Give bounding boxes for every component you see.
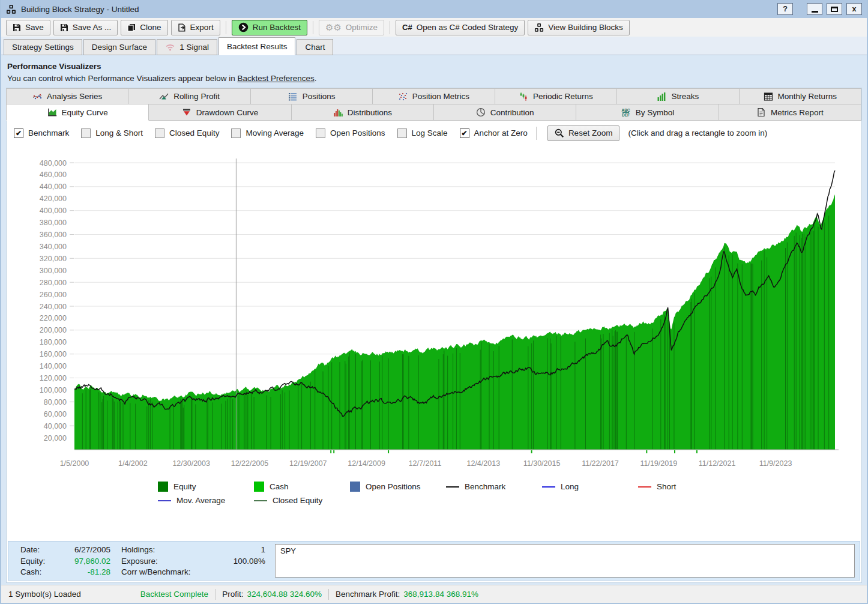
- reset-zoom-button[interactable]: Reset Zoom: [547, 125, 620, 141]
- info-middle-column: Holdings:1 Exposure:100.08% Corr w/Bench…: [121, 544, 265, 578]
- checkbox-open-positions[interactable]: Open Positions: [316, 128, 385, 138]
- run-backtest-button[interactable]: Run Backtest: [232, 20, 307, 35]
- metrics-report-icon: [756, 107, 766, 117]
- holdings-label: Holdings:: [121, 545, 155, 554]
- close-button[interactable]: x: [846, 3, 862, 15]
- checkbox-box[interactable]: ✔: [14, 128, 23, 138]
- help-button[interactable]: ?: [777, 3, 793, 15]
- viztab-periodic-returns[interactable]: Periodic Returns: [495, 88, 617, 104]
- svg-text:1/4/2002: 1/4/2002: [118, 459, 148, 468]
- checkbox-box[interactable]: ✔: [460, 128, 469, 138]
- viztab-positions[interactable]: Positions: [250, 88, 373, 104]
- clone-icon: [127, 23, 136, 32]
- export-icon: [178, 23, 186, 32]
- legend-swatch-long: [542, 486, 555, 488]
- legend-label: Open Positions: [366, 482, 421, 491]
- clone-button[interactable]: Clone: [121, 20, 167, 35]
- symbols-loaded-status: 1 Symbol(s) Loaded: [8, 590, 81, 599]
- viztab-rolling-profit[interactable]: Rolling Profit: [128, 88, 250, 104]
- view-building-blocks-label: View Building Blocks: [548, 23, 622, 32]
- checkbox-box[interactable]: [155, 128, 164, 138]
- viztab-label: Positions: [303, 92, 336, 101]
- checkbox-closed-equity[interactable]: Closed Equity: [155, 128, 219, 138]
- viztab-analysis-series[interactable]: Analysis Series: [6, 88, 128, 104]
- save-as-button[interactable]: Save As ...: [53, 20, 118, 35]
- app-icon: [6, 4, 16, 14]
- svg-text:12/4/2013: 12/4/2013: [466, 459, 500, 468]
- viztab-position-metrics[interactable]: Position Metrics: [372, 88, 495, 104]
- minimize-icon: [812, 11, 818, 13]
- checkbox-anchor-at-zero[interactable]: ✔Anchor at Zero: [460, 128, 528, 138]
- checkbox-box[interactable]: [81, 128, 91, 138]
- viztab-equity-curve[interactable]: Equity Curve: [6, 104, 149, 121]
- backtest-preferences-link[interactable]: Backtest Preferences: [237, 74, 314, 83]
- window-title: Building Block Strategy - Untitled: [21, 5, 139, 14]
- legend-label: Short: [657, 482, 676, 491]
- open-as-csharp-button[interactable]: C# Open as C# Coded Strategy: [396, 20, 525, 35]
- tab-label: Strategy Settings: [12, 43, 74, 52]
- profit-value: 324,604.88 324.60%: [247, 590, 322, 599]
- tab-label: Design Surface: [92, 43, 147, 52]
- svg-text:12/19/2007: 12/19/2007: [289, 459, 327, 468]
- checkbox-label: Moving Average: [246, 128, 304, 137]
- run-backtest-label: Run Backtest: [253, 23, 301, 32]
- checkbox-box[interactable]: [397, 128, 407, 138]
- tab-signals[interactable]: 1 Signal: [157, 39, 217, 55]
- view-building-blocks-button[interactable]: View Building Blocks: [528, 20, 629, 35]
- viztab-contribution[interactable]: Contribution: [433, 104, 576, 121]
- svg-text:80,000: 80,000: [44, 398, 67, 406]
- checkbox-box[interactable]: [231, 128, 241, 138]
- viztab-drawdown-curve[interactable]: Drawdown Curve: [148, 104, 291, 121]
- svg-text:12/7/2011: 12/7/2011: [409, 459, 442, 468]
- checkbox-label: Log Scale: [412, 128, 448, 137]
- save-as-icon: [60, 23, 68, 32]
- viztab-label: Analysis Series: [47, 92, 102, 101]
- symbols-box[interactable]: SPY: [275, 544, 855, 578]
- viztab-by-symbol[interactable]: ABCDEF By Symbol: [576, 104, 719, 121]
- checkbox-benchmark[interactable]: ✔Benchmark: [14, 128, 69, 138]
- toolbar-separator: [226, 21, 226, 34]
- viztab-metrics-report[interactable]: Metrics Report: [719, 104, 861, 121]
- legend-item-cash: Cash: [254, 482, 350, 492]
- svg-text:11/22/2017: 11/22/2017: [582, 459, 619, 468]
- legend-swatch-benchmark: [446, 486, 459, 488]
- equity-curve-svg[interactable]: 20,00040,00060,00080,000100,000120,00014…: [7, 145, 864, 480]
- checkbox-log-scale[interactable]: Log Scale: [397, 128, 448, 138]
- checkbox-moving-average[interactable]: Moving Average: [231, 128, 304, 138]
- crosshair-info-panel: Date:6/27/2005 Equity:97,860.02 Cash:-81…: [8, 541, 860, 581]
- checkbox-label: Closed Equity: [169, 128, 219, 137]
- checkbox-long-short[interactable]: Long & Short: [81, 128, 143, 138]
- legend-label: Equity: [173, 482, 196, 491]
- tab-design-surface[interactable]: Design Surface: [83, 39, 155, 55]
- export-button[interactable]: Export: [171, 20, 220, 35]
- tab-backtest-results[interactable]: Backtest Results: [219, 37, 296, 55]
- cash-label: Cash:: [20, 567, 41, 576]
- svg-text:120,000: 120,000: [40, 374, 67, 382]
- viztab-streaks[interactable]: Streaks: [616, 88, 739, 104]
- legend-swatch-mov-average: [158, 500, 171, 501]
- viztab-distributions[interactable]: Distributions: [291, 104, 434, 121]
- minimize-button[interactable]: [807, 3, 822, 15]
- x-axis-labels: 1/5/20001/4/200212/30/200312/22/200512/1…: [60, 459, 792, 468]
- save-button[interactable]: Save: [6, 20, 50, 35]
- optimize-button[interactable]: ⚙⚙ Optimize: [319, 20, 384, 35]
- y-axis-labels: 20,00040,00060,00080,000100,000120,00014…: [40, 159, 67, 442]
- tab-strategy-settings[interactable]: Strategy Settings: [4, 39, 82, 55]
- tab-label: 1 Signal: [179, 43, 209, 52]
- csharp-icon: C#: [402, 23, 412, 32]
- svg-text:60,000: 60,000: [44, 410, 67, 418]
- viztab-label: Position Metrics: [412, 92, 469, 101]
- legend-swatch-short: [638, 486, 651, 488]
- svg-text:340,000: 340,000: [40, 243, 67, 251]
- tab-chart[interactable]: Chart: [297, 39, 333, 55]
- viztab-label: Monthly Returns: [778, 92, 837, 101]
- svg-text:480,000: 480,000: [40, 159, 67, 168]
- main-tab-bar: Strategy Settings Design Surface 1 Signa…: [1, 37, 867, 55]
- svg-text:220,000: 220,000: [40, 314, 67, 322]
- checkbox-box[interactable]: [316, 128, 325, 138]
- viztab-monthly-returns[interactable]: Monthly Returns: [739, 88, 861, 104]
- legend-item-equity: Equity: [158, 482, 254, 492]
- maximize-button[interactable]: [827, 3, 842, 15]
- svg-text:380,000: 380,000: [40, 219, 67, 227]
- equity-curve-chart[interactable]: 20,00040,00060,00080,000100,000120,00014…: [7, 145, 861, 480]
